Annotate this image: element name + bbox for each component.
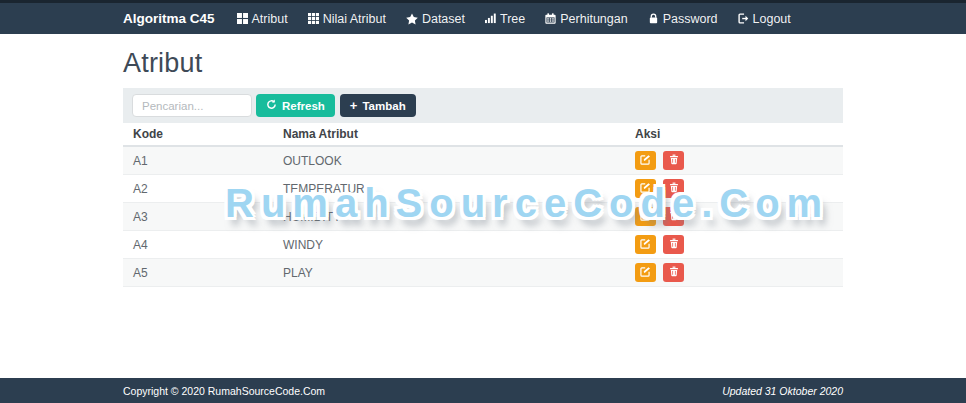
th-large-icon <box>237 13 248 24</box>
signal-bars-icon <box>485 13 496 24</box>
cell-aksi <box>625 231 843 259</box>
edit-icon <box>640 209 651 224</box>
trash-icon <box>669 237 679 252</box>
trash-icon <box>669 209 679 224</box>
delete-button[interactable] <box>663 263 684 282</box>
calendar-icon <box>545 13 556 24</box>
footer-copyright: Copyright © 2020 RumahSourceCode.Com <box>123 385 325 397</box>
delete-button[interactable] <box>663 207 684 226</box>
header-nama-atribut: Nama Atribut <box>273 123 625 146</box>
table-row: A4 WINDY <box>123 231 843 259</box>
top-navbar: Algoritma C45 Atribut Nilai Atribut Data… <box>0 0 966 34</box>
nav-item-password[interactable]: Password <box>648 12 718 26</box>
table-row: A1 OUTLOOK <box>123 146 843 175</box>
plus-icon: + <box>350 99 358 112</box>
cell-aksi <box>625 203 843 231</box>
atribut-card: Refresh + Tambah Kode Nama Atribut Aksi … <box>123 88 843 287</box>
nav-item-label: Tree <box>500 12 525 26</box>
edit-button[interactable] <box>635 207 656 226</box>
cell-kode: A5 <box>123 259 273 287</box>
page-footer: Copyright © 2020 RumahSourceCode.Com Upd… <box>0 378 966 403</box>
cell-nama: WINDY <box>273 231 625 259</box>
delete-button[interactable] <box>663 151 684 170</box>
header-aksi: Aksi <box>625 123 843 146</box>
trash-icon <box>669 153 679 168</box>
refresh-button-label: Refresh <box>282 100 325 112</box>
nav-item-label: Logout <box>753 12 791 26</box>
nav-item-dataset[interactable]: Dataset <box>406 12 465 26</box>
edit-button[interactable] <box>635 151 656 170</box>
nav-item-label: Dataset <box>422 12 465 26</box>
nav-item-nilai-atribut[interactable]: Nilai Atribut <box>308 12 386 26</box>
cell-kode: A3 <box>123 203 273 231</box>
edit-icon <box>640 237 651 252</box>
nav-item-label: Nilai Atribut <box>323 12 386 26</box>
trash-icon <box>669 265 679 280</box>
table-row: A2 TEMPERATURE <box>123 175 843 203</box>
cell-nama: TEMPERATURE <box>273 175 625 203</box>
star-icon <box>406 13 418 25</box>
edit-icon <box>640 265 651 280</box>
nav-item-atribut[interactable]: Atribut <box>237 12 288 26</box>
main-content: Atribut Refresh + Tambah Kode Nama Atrib… <box>123 47 843 287</box>
cell-kode: A1 <box>123 146 273 175</box>
page-title: Atribut <box>123 47 843 79</box>
footer-updated: Updated 31 Oktober 2020 <box>722 385 843 397</box>
cell-nama: PLAY <box>273 259 625 287</box>
edit-button[interactable] <box>635 235 656 254</box>
tambah-button[interactable]: + Tambah <box>340 94 416 117</box>
logout-icon <box>738 13 749 24</box>
cell-aksi <box>625 146 843 175</box>
table-header-row: Kode Nama Atribut Aksi <box>123 123 843 146</box>
nav-item-label: Perhitungan <box>560 12 627 26</box>
nav-item-label: Password <box>663 12 718 26</box>
cell-kode: A4 <box>123 231 273 259</box>
cell-aksi <box>625 175 843 203</box>
navbar-brand[interactable]: Algoritma C45 <box>123 11 215 26</box>
cell-kode: A2 <box>123 175 273 203</box>
th-icon <box>308 13 319 24</box>
header-kode: Kode <box>123 123 273 146</box>
delete-button[interactable] <box>663 179 684 198</box>
nav-item-logout[interactable]: Logout <box>738 12 791 26</box>
nav-item-label: Atribut <box>252 12 288 26</box>
table-row: A5 PLAY <box>123 259 843 287</box>
edit-button[interactable] <box>635 263 656 282</box>
trash-icon <box>669 181 679 196</box>
refresh-icon <box>266 99 277 112</box>
cell-aksi <box>625 259 843 287</box>
cell-nama: HUMIDITY <box>273 203 625 231</box>
atribut-table-body: A1 OUTLOOK A2 TEMPERATURE A3 HUMIDITY <box>123 146 843 287</box>
atribut-table: Kode Nama Atribut Aksi A1 OUTLOOK A2 TEM… <box>123 123 843 287</box>
lock-icon <box>648 13 659 24</box>
refresh-button[interactable]: Refresh <box>256 94 335 117</box>
edit-button[interactable] <box>635 179 656 198</box>
nav-item-perhitungan[interactable]: Perhitungan <box>545 12 627 26</box>
table-toolbar: Refresh + Tambah <box>123 88 843 123</box>
cell-nama: OUTLOOK <box>273 146 625 175</box>
search-input[interactable] <box>132 94 252 117</box>
nav-item-tree[interactable]: Tree <box>485 12 525 26</box>
delete-button[interactable] <box>663 235 684 254</box>
edit-icon <box>640 153 651 168</box>
table-row: A3 HUMIDITY <box>123 203 843 231</box>
tambah-button-label: Tambah <box>362 100 405 112</box>
edit-icon <box>640 181 651 196</box>
